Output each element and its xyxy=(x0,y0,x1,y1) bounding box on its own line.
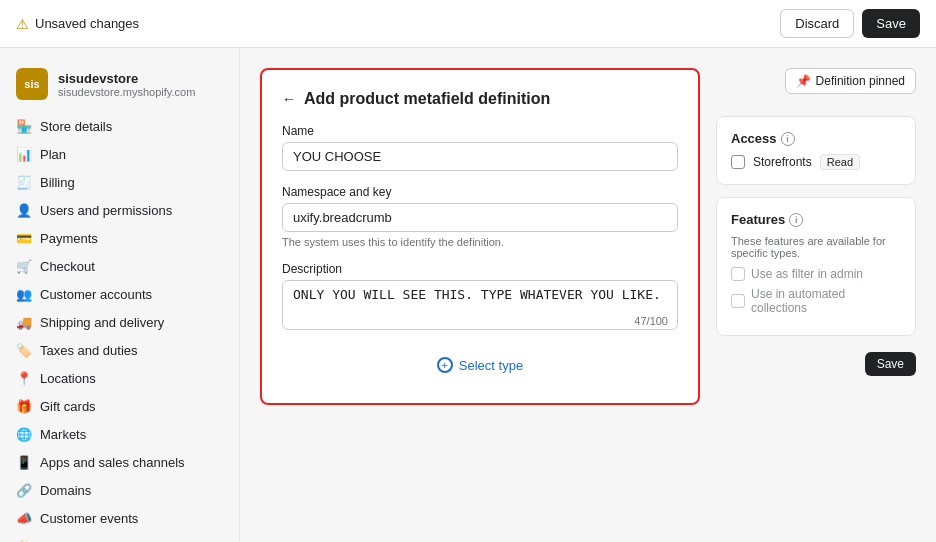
nav-label-gift-cards: Gift cards xyxy=(40,399,96,414)
nav-label-customer-accounts: Customer accounts xyxy=(40,287,152,302)
select-type-label: Select type xyxy=(459,358,523,373)
description-wrapper: 47/100 xyxy=(282,280,678,333)
discard-button[interactable]: Discard xyxy=(780,9,854,38)
features-info-icon[interactable]: i xyxy=(789,213,803,227)
nav-label-checkout: Checkout xyxy=(40,259,95,274)
nav-icon-checkout: 🛒 xyxy=(16,258,32,274)
store-avatar: sis xyxy=(16,68,48,100)
access-card: Access i Storefronts Read xyxy=(716,116,916,185)
nav-label-users-permissions: Users and permissions xyxy=(40,203,172,218)
nav-icon-markets: 🌐 xyxy=(16,426,32,442)
sidebar-item-locations[interactable]: 📍 Locations xyxy=(0,364,239,392)
nav-icon-shipping-delivery: 🚚 xyxy=(16,314,32,330)
form-card: ← Add product metafield definition Name … xyxy=(260,68,700,405)
name-label: Name xyxy=(282,124,678,138)
sidebar-item-shipping-delivery[interactable]: 🚚 Shipping and delivery xyxy=(0,308,239,336)
name-field-group: Name xyxy=(282,124,678,171)
save-btn-bottom-row: Save xyxy=(716,352,916,376)
nav-icon-plan: 📊 xyxy=(16,146,32,162)
access-title: Access i xyxy=(731,131,901,146)
nav-icon-users-permissions: 👤 xyxy=(16,202,32,218)
access-info-icon[interactable]: i xyxy=(781,132,795,146)
sidebar-item-customer-accounts[interactable]: 👥 Customer accounts xyxy=(0,280,239,308)
nav-icon-gift-cards: 🎁 xyxy=(16,398,32,414)
char-count: 47/100 xyxy=(634,315,668,327)
unsaved-changes-label: Unsaved changes xyxy=(35,16,139,31)
nav-icon-apps-sales-channels: 📱 xyxy=(16,454,32,470)
content-area: ← Add product metafield definition Name … xyxy=(240,48,936,542)
access-row: Storefronts Read xyxy=(731,154,901,170)
namespace-input[interactable] xyxy=(282,203,678,232)
nav-label-store-details: Store details xyxy=(40,119,112,134)
namespace-hint: The system uses this to identify the def… xyxy=(282,236,678,248)
nav-label-locations: Locations xyxy=(40,371,96,386)
save-button[interactable]: Save xyxy=(862,9,920,38)
sidebar-item-payments[interactable]: 💳 Payments xyxy=(0,224,239,252)
pinned-label: Definition pinned xyxy=(816,74,905,88)
namespace-field-group: Namespace and key The system uses this t… xyxy=(282,185,678,248)
filter-label: Use as filter in admin xyxy=(751,267,863,281)
topbar: ⚠ Unsaved changes Discard Save xyxy=(0,0,936,48)
pinned-row: 📌 Definition pinned xyxy=(716,68,916,94)
storefronts-label: Storefronts xyxy=(753,155,812,169)
read-badge: Read xyxy=(820,154,860,170)
features-title: Features i xyxy=(731,212,901,227)
storefronts-checkbox[interactable] xyxy=(731,155,745,169)
sidebar-item-markets[interactable]: 🌐 Markets xyxy=(0,420,239,448)
sidebar-item-billing[interactable]: 🧾 Billing xyxy=(0,168,239,196)
namespace-label: Namespace and key xyxy=(282,185,678,199)
nav-label-billing: Billing xyxy=(40,175,75,190)
nav-label-customer-events: Customer events xyxy=(40,511,138,526)
sidebar-item-plan[interactable]: 📊 Plan xyxy=(0,140,239,168)
sidebar-item-customer-events[interactable]: 📣 Customer events xyxy=(0,504,239,532)
nav-label-taxes-duties: Taxes and duties xyxy=(40,343,138,358)
sidebar-item-apps-sales-channels[interactable]: 📱 Apps and sales channels xyxy=(0,448,239,476)
nav-label-shipping-delivery: Shipping and delivery xyxy=(40,315,164,330)
sidebar-item-domains[interactable]: 🔗 Domains xyxy=(0,476,239,504)
select-type-button[interactable]: + Select type xyxy=(282,347,678,383)
nav-icon-domains: 🔗 xyxy=(16,482,32,498)
topbar-left: ⚠ Unsaved changes xyxy=(16,16,139,32)
sidebar-item-checkout[interactable]: 🛒 Checkout xyxy=(0,252,239,280)
nav-icon-store-details: 🏪 xyxy=(16,118,32,134)
select-type-circle-icon: + xyxy=(437,357,453,373)
features-card: Features i These features are available … xyxy=(716,197,916,336)
feature-filter-row: Use as filter in admin xyxy=(731,267,901,281)
sidebar-item-store-details[interactable]: 🏪 Store details xyxy=(0,112,239,140)
definition-pinned-button[interactable]: 📌 Definition pinned xyxy=(785,68,916,94)
save-bottom-button[interactable]: Save xyxy=(865,352,916,376)
sidebar-item-users-permissions[interactable]: 👤 Users and permissions xyxy=(0,196,239,224)
description-input[interactable] xyxy=(282,280,678,330)
collections-checkbox[interactable] xyxy=(731,294,745,308)
name-input[interactable] xyxy=(282,142,678,171)
description-label: Description xyxy=(282,262,678,276)
nav-label-payments: Payments xyxy=(40,231,98,246)
filter-checkbox[interactable] xyxy=(731,267,745,281)
store-name: sisudevstore xyxy=(58,71,195,86)
store-domain: sisudevstore.myshopify.com xyxy=(58,86,195,98)
nav-icon-billing: 🧾 xyxy=(16,174,32,190)
sidebar-item-gift-cards[interactable]: 🎁 Gift cards xyxy=(0,392,239,420)
form-title: Add product metafield definition xyxy=(304,90,550,108)
sidebar-item-taxes-duties[interactable]: 🏷️ Taxes and duties xyxy=(0,336,239,364)
right-panel: 📌 Definition pinned Access i Storefronts… xyxy=(716,68,916,522)
nav-label-plan: Plan xyxy=(40,147,66,162)
nav-icon-taxes-duties: 🏷️ xyxy=(16,342,32,358)
description-field-group: Description 47/100 xyxy=(282,262,678,333)
nav-label-brand: Brand xyxy=(40,539,75,543)
form-card-header: ← Add product metafield definition xyxy=(282,90,678,108)
sidebar-item-brand[interactable]: ✨ Brand xyxy=(0,532,239,542)
back-arrow[interactable]: ← xyxy=(282,91,296,107)
form-panel: ← Add product metafield definition Name … xyxy=(260,68,700,522)
nav-label-domains: Domains xyxy=(40,483,91,498)
nav-icon-locations: 📍 xyxy=(16,370,32,386)
store-info: sis sisudevstore sisudevstore.myshopify.… xyxy=(0,60,239,112)
nav-icon-payments: 💳 xyxy=(16,230,32,246)
pin-icon: 📌 xyxy=(796,74,811,88)
nav-label-apps-sales-channels: Apps and sales channels xyxy=(40,455,185,470)
main-layout: sis sisudevstore sisudevstore.myshopify.… xyxy=(0,48,936,542)
nav-label-markets: Markets xyxy=(40,427,86,442)
feature-collections-row: Use in automated collections xyxy=(731,287,901,315)
nav-icon-customer-events: 📣 xyxy=(16,510,32,526)
nav-icon-customer-accounts: 👥 xyxy=(16,286,32,302)
